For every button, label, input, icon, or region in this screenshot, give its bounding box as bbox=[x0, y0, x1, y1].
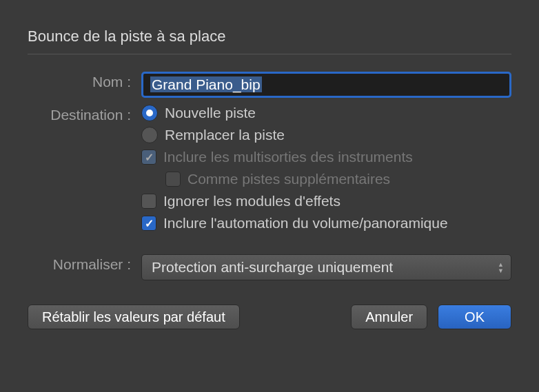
checkbox-bypass-effects[interactable] bbox=[141, 194, 156, 209]
name-label: Nom : bbox=[28, 72, 141, 90]
name-input-value: Grand Piano_bip bbox=[150, 76, 262, 92]
chevron-up-down-icon: ▲ ▼ bbox=[498, 262, 504, 274]
normalize-selected-value: Protection anti-surcharge uniquement bbox=[152, 259, 393, 276]
checkbox-as-additional-tracks bbox=[165, 172, 181, 187]
checkbox-as-additional-tracks-label: Comme pistes supplémentaires bbox=[187, 171, 390, 187]
dialog-title: Bounce de la piste à sa place bbox=[28, 28, 511, 54]
destination-label: Destination : bbox=[28, 105, 141, 123]
radio-replace-track[interactable] bbox=[141, 127, 158, 143]
name-input[interactable]: Grand Piano_bip bbox=[141, 72, 511, 98]
radio-replace-track-label: Remplacer la piste bbox=[165, 127, 285, 143]
checkbox-bypass-effects-label: Ignorer les modules d'effets bbox=[163, 193, 340, 209]
radio-new-track-label: Nouvelle piste bbox=[165, 105, 256, 121]
checkbox-include-multioutput bbox=[141, 149, 156, 165]
normalize-select[interactable]: Protection anti-surcharge uniquement ▲ ▼ bbox=[141, 254, 511, 280]
checkbox-include-automation-label: Inclure l'automation du volume/panoramiq… bbox=[163, 215, 448, 231]
checkbox-include-automation[interactable] bbox=[141, 216, 156, 231]
normalize-label: Normaliser : bbox=[28, 254, 141, 273]
cancel-button[interactable]: Annuler bbox=[351, 305, 427, 329]
radio-new-track[interactable] bbox=[141, 105, 158, 121]
reset-defaults-button[interactable]: Rétablir les valeurs par défaut bbox=[28, 305, 240, 329]
ok-button[interactable]: OK bbox=[438, 305, 511, 329]
checkbox-include-multioutput-label: Inclure les multisorties des instruments bbox=[163, 149, 413, 165]
